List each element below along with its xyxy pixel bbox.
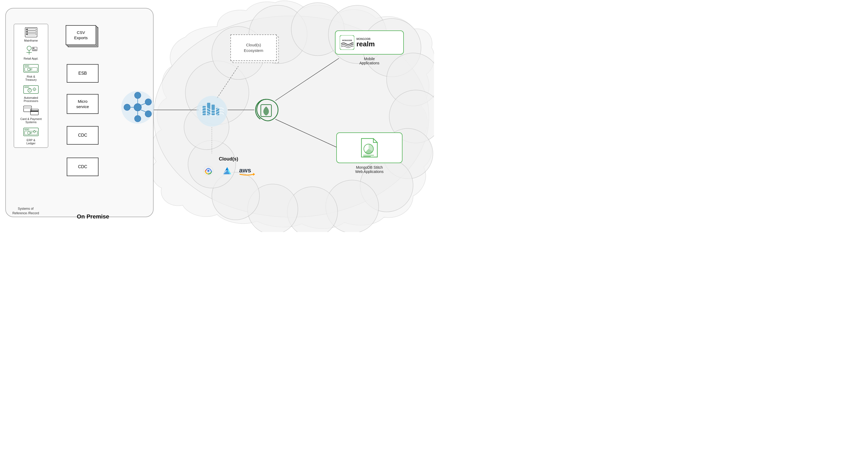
svg-point-76 (33, 130, 35, 133)
aws-logo: aws (239, 166, 256, 176)
svg-rect-69 (30, 111, 38, 112)
source-systems-column: Mainframe Retail Appl. (14, 24, 48, 148)
automated-icon (23, 84, 39, 95)
svg-point-11 (326, 180, 379, 232)
on-premise-label: On Premise (77, 213, 109, 220)
source-retail: Retail Appl. (16, 45, 46, 60)
source-automated: AutomatedProcessors (16, 84, 46, 102)
erp-label: ERP &Ledger (27, 138, 35, 145)
stitch-output: MongoDB StitchWeb Applications (336, 132, 402, 174)
retail-label: Retail Appl. (24, 57, 38, 60)
svg-point-12 (287, 187, 338, 232)
svg-point-72 (26, 129, 28, 130)
svg-line-32 (217, 66, 238, 98)
svg-rect-47 (33, 50, 36, 51)
retail-icon (23, 45, 39, 56)
svg-point-86 (134, 116, 141, 122)
source-risk: Risk &Treasury (16, 63, 46, 81)
kafka-hub (121, 90, 155, 124)
svg-point-83 (134, 92, 141, 98)
risk-icon (23, 63, 39, 74)
google-cloud-logo (201, 165, 216, 177)
svg-point-61 (34, 89, 35, 90)
svg-point-56 (26, 87, 28, 88)
erp-icon (23, 126, 39, 137)
svg-rect-45 (33, 48, 34, 49)
card-label: Card & PaymentSystems (21, 117, 42, 124)
svg-point-41 (27, 46, 31, 50)
source-mainframe: Mainframe (16, 27, 46, 42)
svg-point-105 (207, 170, 210, 172)
svg-point-50 (26, 65, 28, 67)
svg-point-49 (25, 65, 26, 67)
mainframe-label: Mainframe (24, 39, 38, 42)
cloud-providers: Cloud(s) aws (201, 156, 256, 177)
csv-connector: CSVExports (66, 25, 100, 49)
svg-point-71 (25, 129, 26, 130)
svg-point-13 (248, 184, 298, 232)
svg-point-85 (145, 111, 152, 117)
automated-label: AutomatedProcessors (24, 96, 38, 102)
cdc1-connector: CDC (67, 126, 98, 145)
svg-point-87 (124, 104, 130, 111)
atlas-stream (196, 95, 228, 127)
svg-point-51 (28, 65, 29, 67)
svg-rect-67 (24, 107, 32, 109)
microservice-connector: Microservice (67, 94, 98, 114)
svg-rect-96 (212, 104, 215, 115)
svg-point-55 (25, 87, 26, 88)
svg-point-59 (29, 90, 30, 91)
svg-rect-38 (26, 29, 28, 30)
svg-point-57 (28, 87, 29, 88)
source-card: Card & PaymentSystems (16, 105, 46, 124)
systems-of-record-label: Systems ofReference /Record (8, 207, 43, 216)
card-icon (23, 105, 39, 116)
svg-line-31 (275, 119, 339, 148)
svg-point-84 (145, 99, 152, 105)
cloud-ecosystem: Cloud(s)Ecosystem (230, 34, 279, 62)
svg-rect-39 (26, 31, 28, 33)
mainframe-icon (23, 27, 39, 38)
svg-text:MONGODB: MONGODB (342, 39, 352, 41)
azure-logo (221, 165, 234, 177)
clouds-label: Cloud(s) (201, 156, 256, 162)
realm-output: MONGODB MONGODB realm MobileApplications (335, 30, 404, 65)
svg-line-30 (275, 58, 339, 101)
cdc2-connector: CDC (67, 158, 98, 176)
svg-point-14 (212, 172, 259, 220)
diagram-container: Mainframe Retail Appl. (0, 0, 434, 232)
svg-text:aws: aws (239, 166, 251, 174)
svg-point-82 (134, 103, 142, 111)
risk-label: Risk &Treasury (25, 75, 37, 81)
source-erp: ERP &Ledger (16, 126, 46, 145)
svg-rect-40 (26, 33, 28, 35)
svg-rect-46 (33, 49, 36, 50)
mongodb-atlas-icon (252, 95, 281, 124)
svg-point-73 (28, 129, 29, 130)
esb-connector: ESB (67, 64, 98, 83)
